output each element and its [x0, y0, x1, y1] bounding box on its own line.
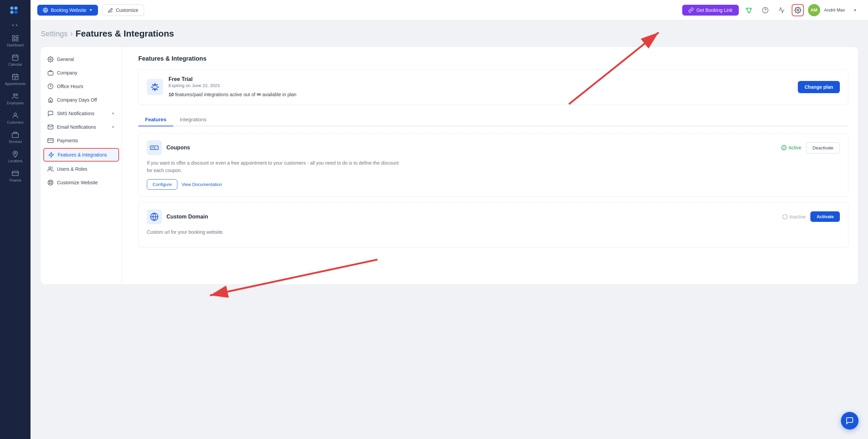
sidebar-item-employees[interactable]: Employees — [0, 89, 31, 108]
email-icon — [47, 124, 54, 130]
custom-domain-icon — [147, 209, 162, 224]
section-title: Features & Integrations — [138, 55, 848, 62]
sidebar-item-dashboard[interactable]: Dashboard — [0, 31, 31, 50]
svg-line-42 — [51, 181, 52, 182]
svg-rect-5 — [16, 36, 18, 38]
activity-icon-button[interactable] — [775, 4, 788, 16]
sidebar-item-appointments[interactable]: Appointments — [0, 70, 31, 89]
settings-nav-customize-label: Customize Website — [57, 180, 98, 185]
deactivate-button[interactable]: Deactivate — [806, 142, 840, 153]
sidebar-item-services[interactable]: Services — [0, 128, 31, 147]
svg-point-17 — [16, 94, 18, 96]
svg-point-39 — [50, 182, 52, 184]
settings-nav-payments-label: Payments — [57, 138, 78, 143]
custom-domain-title: Custom Domain — [166, 214, 777, 220]
tab-features[interactable]: Features — [138, 113, 173, 126]
change-plan-button[interactable]: Change plan — [798, 81, 840, 93]
settings-nav-general-label: General — [57, 57, 74, 62]
settings-nav-email-label: Email Notifications — [57, 124, 96, 130]
sidebar-item-calendar[interactable]: Calendar — [0, 50, 31, 70]
tabs: Features Integrations — [138, 113, 848, 126]
get-booking-link-button[interactable]: Get Booking Link — [682, 5, 739, 16]
days-off-icon — [47, 97, 54, 103]
svg-point-3 — [14, 11, 18, 14]
customize-button[interactable]: Customize — [102, 4, 144, 16]
settings-nav-users-label: Users & Roles — [57, 166, 87, 172]
settings-nav-users[interactable]: Users & Roles — [41, 162, 122, 176]
svg-line-43 — [49, 183, 50, 184]
settings-nav-days-off[interactable]: Company Days Off — [41, 93, 122, 107]
settings-nav-email[interactable]: Email Notifications ▼ — [41, 120, 122, 134]
tab-integrations[interactable]: Integrations — [173, 113, 213, 126]
sidebar-item-appointments-label: Appointments — [5, 82, 25, 86]
sidebar-item-dashboard-label: Dashboard — [7, 43, 24, 47]
settings-nav-company-label: Company — [57, 70, 77, 76]
custom-domain-description: Custom url for your booking website. — [147, 228, 401, 236]
sidebar-item-calendar-label: Calendar — [8, 63, 22, 66]
plan-features: 10 features/paid integrations active out… — [169, 91, 792, 98]
svg-line-41 — [51, 183, 52, 184]
svg-rect-32 — [48, 71, 53, 75]
svg-point-52 — [783, 214, 787, 219]
configure-button[interactable]: Configure — [147, 179, 177, 190]
user-menu-chevron[interactable]: ▼ — [849, 4, 861, 16]
features-icon — [48, 152, 54, 158]
payments-icon — [47, 138, 54, 144]
help-icon-button[interactable] — [759, 4, 771, 16]
coupons-icon — [147, 140, 162, 155]
sidebar-collapse-toggle[interactable]: ◂▸ — [12, 23, 19, 26]
company-icon — [47, 70, 54, 76]
coupons-title: Coupons — [166, 145, 776, 151]
sidebar-item-customers-label: Customers — [7, 121, 23, 124]
settings-nav-sms[interactable]: SMS Notifications ▼ — [41, 107, 122, 120]
feature-card-coupons: Coupons Active Deactivate If you want to… — [138, 133, 848, 197]
plan-icon — [147, 79, 163, 95]
sidebar-item-locations-label: Locations — [8, 159, 23, 163]
activate-button[interactable]: Activate — [810, 211, 840, 222]
breadcrumb-current: Features & Integrations — [76, 28, 174, 39]
svg-rect-34 — [48, 139, 54, 143]
svg-point-0 — [10, 6, 14, 10]
sidebar-item-finance[interactable]: Finance — [0, 166, 31, 186]
settings-nav-general[interactable]: General — [41, 53, 122, 66]
feature-card-custom-domain: Custom Domain Inactive Activate Custom u… — [138, 202, 848, 248]
svg-point-37 — [49, 167, 51, 169]
svg-point-46 — [152, 147, 153, 148]
booking-website-button[interactable]: Booking Website ▼ — [37, 5, 98, 16]
username-label: Andrii Mav — [824, 7, 845, 13]
settings-nav-features[interactable]: Features & Integrations — [43, 148, 119, 162]
plan-info: Free Trial Expiring on June 22, 2023 10 … — [169, 76, 792, 98]
trophy-icon-button[interactable] — [743, 4, 755, 16]
svg-rect-8 — [13, 55, 18, 61]
svg-point-2 — [10, 11, 14, 14]
main-area: Booking Website ▼ Customize Get Booking … — [31, 0, 868, 439]
settings-gear-button[interactable] — [792, 4, 804, 16]
sidebar-item-customers[interactable]: Customers — [0, 108, 31, 128]
sidebar-item-services-label: Services — [9, 140, 22, 144]
office-hours-icon — [47, 83, 54, 89]
sidebar-item-employees-label: Employees — [7, 101, 23, 105]
settings-main: Features & Integrations Free Trial Expir… — [129, 47, 858, 284]
svg-point-31 — [50, 59, 52, 60]
sidebar-item-locations[interactable]: Locations — [0, 147, 31, 166]
svg-rect-7 — [16, 39, 18, 41]
svg-point-48 — [154, 147, 155, 148]
settings-nav-payments[interactable]: Payments — [41, 134, 122, 147]
settings-nav-company[interactable]: Company — [41, 66, 122, 80]
settings-nav-customize[interactable]: Customize Website — [41, 176, 122, 189]
chat-button[interactable] — [841, 412, 859, 430]
svg-rect-12 — [13, 75, 18, 80]
plan-card: Free Trial Expiring on June 22, 2023 10 … — [138, 69, 848, 105]
svg-rect-20 — [12, 171, 18, 176]
topbar: Booking Website ▼ Customize Get Booking … — [31, 0, 868, 20]
svg-point-16 — [14, 94, 16, 96]
sidebar: ◂▸ Dashboard Calendar Appointments — [0, 0, 31, 439]
svg-line-40 — [49, 181, 50, 182]
content-area: Settings › Features & Integrations Gener… — [31, 20, 868, 439]
sms-icon — [47, 110, 54, 117]
settings-nav-office-hours[interactable]: Office Hours — [41, 80, 122, 93]
svg-point-18 — [14, 113, 16, 116]
view-documentation-button[interactable]: View Documentation — [181, 182, 222, 187]
chat-icon — [846, 417, 854, 425]
plan-name: Free Trial — [169, 76, 792, 82]
